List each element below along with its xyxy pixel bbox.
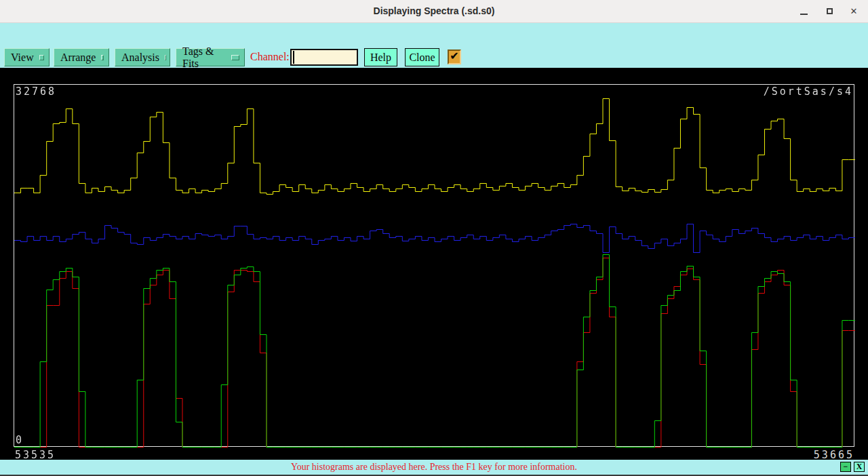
text-caret [293, 51, 294, 64]
maximize-icon [827, 8, 833, 14]
plot-border-box [14, 84, 854, 447]
menu-view-label: View [11, 52, 34, 64]
menu-analysis[interactable]: Analysis [115, 48, 170, 66]
window-title: Displaying Spectra (.sd.s0) [0, 0, 868, 22]
close-icon: ✕ [850, 6, 858, 16]
channel-input[interactable] [290, 49, 358, 66]
menu-dash-icon [165, 55, 166, 60]
y-axis-max-label: 32768 [16, 85, 56, 98]
help-button[interactable]: Help [364, 48, 397, 66]
menu-dash-icon [39, 55, 44, 60]
menu-tags-fits[interactable]: Tags & Fits [176, 48, 245, 66]
minimize-button[interactable] [793, 0, 814, 22]
channel-label: Channel: [250, 48, 290, 66]
menu-dash-icon [101, 55, 104, 60]
minimize-icon [800, 14, 808, 15]
menu-analysis-label: Analysis [121, 52, 159, 64]
menu-arrange[interactable]: Arrange [54, 48, 109, 66]
spectrum-path-label: /SortSas/s4 [764, 85, 853, 98]
spectra-display-pane[interactable]: 32768 /SortSas/s4 0 53535 53665 [0, 68, 868, 460]
close-button[interactable]: ✕ [844, 0, 864, 22]
spectra-canvas[interactable] [14, 85, 855, 448]
maximize-button[interactable] [819, 0, 840, 22]
statusbar-close-button[interactable]: X [854, 462, 865, 472]
checkmark-icon: ✔ [450, 51, 458, 62]
status-message: Your histograms are displayed here. Pres… [0, 460, 868, 474]
menu-dash-icon [231, 55, 239, 60]
menu-view[interactable]: View [4, 48, 50, 66]
statusbar-minimize-button[interactable]: − [840, 462, 851, 472]
menu-tags-fits-label: Tags & Fits [182, 45, 226, 70]
titlebar: Displaying Spectra (.sd.s0) ✕ [0, 0, 868, 23]
menu-arrange-label: Arrange [60, 52, 96, 64]
y-axis-min-label: 0 [16, 434, 24, 446]
clone-button[interactable]: Clone [405, 48, 439, 66]
statusbar: Your histograms are displayed here. Pres… [0, 460, 868, 475]
status-checkbox[interactable]: ✔ [448, 49, 461, 64]
toolbar: View Arrange Analysis Tags & Fits Channe… [0, 23, 868, 68]
